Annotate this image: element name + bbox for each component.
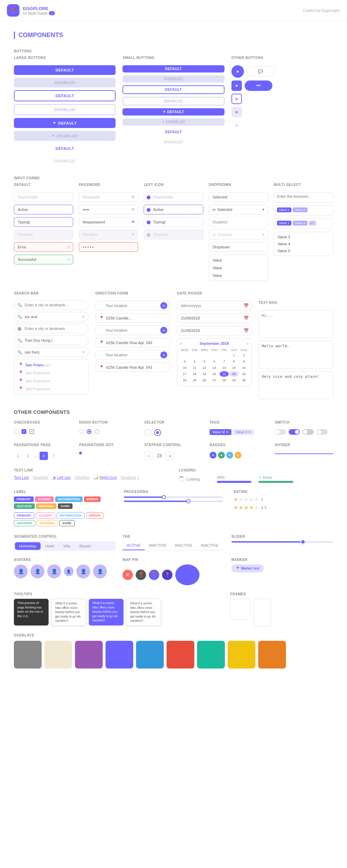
cal-24[interactable]: 24 xyxy=(180,377,189,383)
search-clear-2[interactable]: ✕ xyxy=(82,315,85,319)
date-input-3[interactable] xyxy=(177,326,252,335)
tag-value2[interactable]: Value 2 xyxy=(293,207,307,212)
star-2-3[interactable]: ★ xyxy=(244,505,248,510)
date-input-1[interactable] xyxy=(177,301,252,310)
cal-29[interactable]: 29 xyxy=(229,377,238,383)
calendar-icon-2[interactable]: 📅 xyxy=(244,316,249,321)
switch-off-1[interactable] xyxy=(275,429,286,435)
star-2-1[interactable]: ★ xyxy=(234,505,238,510)
selector-unchecked[interactable] xyxy=(144,429,151,436)
error-input[interactable] xyxy=(14,242,73,252)
dropdown-icon-selected[interactable]: ⇄ Selected ▾ xyxy=(209,205,268,214)
textbox-placeholder[interactable] xyxy=(259,310,333,338)
dropdown-item-value3[interactable]: Value xyxy=(209,272,268,279)
tag-value1b[interactable]: Value 1 xyxy=(277,221,291,225)
checkbox-indeterminate[interactable]: − xyxy=(29,429,34,434)
seg-resort[interactable]: Resort xyxy=(75,542,95,550)
date-input-2[interactable] xyxy=(177,313,252,323)
large-icon-btn[interactable]: ✦ DEFAULT xyxy=(14,118,116,128)
map-pin-dark-purple[interactable]: 📍 xyxy=(162,570,172,580)
cal-prev[interactable]: ‹ xyxy=(180,341,181,346)
page-7[interactable]: 7 xyxy=(49,452,58,460)
cal-25[interactable]: 25 xyxy=(190,377,199,383)
search-input-3[interactable] xyxy=(14,324,88,333)
star-1-2[interactable]: ★ xyxy=(239,496,243,502)
arrow-outline-btn[interactable]: ➤ xyxy=(231,94,242,104)
slider-thumb-2[interactable] xyxy=(186,499,191,503)
cal-7[interactable]: 7 xyxy=(220,359,229,364)
page-2[interactable]: 2 xyxy=(24,452,32,460)
star-1-4[interactable]: ★ xyxy=(249,496,254,502)
cal-13[interactable]: 13 xyxy=(210,365,219,371)
large-default-btn[interactable]: DEFAULT xyxy=(14,65,116,75)
dot-1[interactable] xyxy=(79,452,82,454)
cal-1[interactable]: 1 xyxy=(229,352,238,358)
small-outline-btn[interactable]: DEFAULT xyxy=(122,85,224,94)
search-result-4[interactable]: 📍 San Francisco xyxy=(14,385,88,393)
dir-add-btn-2[interactable]: + xyxy=(160,327,167,334)
dir-input-2[interactable] xyxy=(95,325,170,335)
password-text-input[interactable] xyxy=(79,217,138,227)
text-link-link[interactable]: Text Link xyxy=(14,475,29,479)
cal-5[interactable]: 5 xyxy=(200,359,209,364)
placeholder-input[interactable] xyxy=(14,192,73,202)
star-2-5[interactable]: ★ xyxy=(254,505,259,510)
dropdown-open[interactable]: Dropdown xyxy=(209,242,268,252)
cal-14[interactable]: 14 xyxy=(220,365,229,371)
left-icon-placeholder-input[interactable] xyxy=(144,192,203,202)
large-ghost-btn[interactable]: DEFAULT xyxy=(14,144,116,153)
left-icon-typing-input[interactable] xyxy=(144,217,203,227)
cal-11[interactable]: 11 xyxy=(190,365,199,371)
calendar-icon-3[interactable]: 📅 xyxy=(244,328,249,333)
dropdown-select-1[interactable]: Selected xyxy=(209,192,268,202)
star-2-2[interactable]: ★ xyxy=(239,505,243,510)
cal-30[interactable]: 30 xyxy=(239,377,248,383)
search-input-1[interactable] xyxy=(14,300,88,310)
search-input-2[interactable] xyxy=(14,312,88,322)
text-link-night-icon[interactable]: 🌙 Night Icon xyxy=(94,475,117,479)
tag-value1[interactable]: Value 1 xyxy=(277,207,291,212)
page-1[interactable]: 1 xyxy=(14,452,22,460)
selector-active[interactable] xyxy=(154,429,161,436)
cal-10[interactable]: 10 xyxy=(180,365,189,371)
map-pin-dark[interactable]: 📍 xyxy=(136,570,146,580)
switch-off-3[interactable] xyxy=(316,429,328,435)
switch-on-1[interactable] xyxy=(289,429,300,435)
cal-23[interactable]: 23 xyxy=(239,371,248,377)
map-pin-close[interactable]: ✕ xyxy=(122,570,133,580)
checkbox-unchecked[interactable] xyxy=(14,429,19,434)
tab-inactive-3[interactable]: INACTIVE xyxy=(197,541,223,550)
cal-3[interactable]: 3 xyxy=(180,359,189,364)
cal-15[interactable]: 15 xyxy=(229,365,238,371)
tag-comp-2[interactable]: Value X ✕ xyxy=(233,429,254,435)
eye-slash-icon[interactable]: 👁 xyxy=(131,207,135,212)
seg-homestay[interactable]: Homestay xyxy=(15,542,41,550)
multiselect-search[interactable] xyxy=(277,194,330,198)
cal-9[interactable]: 9 xyxy=(239,359,248,364)
cal-12[interactable]: 12 xyxy=(200,365,209,371)
cal-21[interactable]: 21 xyxy=(220,371,229,377)
cal-16[interactable]: 16 xyxy=(239,365,248,371)
small-icon-btn[interactable]: ✦ DEFAULT xyxy=(122,108,224,116)
star-1-5[interactable]: ★ xyxy=(254,496,259,502)
cal-27[interactable]: 27 xyxy=(210,377,219,383)
seg-villa[interactable]: Villa xyxy=(59,542,75,550)
cal-26[interactable]: 26 xyxy=(200,377,209,383)
password-dots-input[interactable] xyxy=(79,205,138,214)
dots-btn[interactable]: ••• xyxy=(245,80,272,91)
password-placeholder-input[interactable] xyxy=(79,192,138,202)
dir-add-btn-1[interactable]: + xyxy=(160,302,167,309)
dropdown-item-value2[interactable]: Value xyxy=(209,264,268,272)
small-default-btn[interactable]: DEFAULT xyxy=(122,65,224,73)
search-clear-5[interactable]: ✕ xyxy=(82,350,85,355)
tab-active[interactable]: ACTIVE xyxy=(122,541,145,550)
cal-2[interactable]: 2 xyxy=(239,352,248,358)
cal-8[interactable]: 8 xyxy=(229,359,238,364)
search-result-3[interactable]: 📍 San Francisco xyxy=(14,377,88,385)
tag-close-1[interactable]: ✕ xyxy=(226,430,229,434)
arrow-ghost-btn[interactable]: ➤ xyxy=(231,120,242,130)
map-pin-purple[interactable]: 📍 xyxy=(149,570,159,580)
dir-input-1[interactable] xyxy=(95,301,170,310)
search-input-4[interactable] xyxy=(14,335,88,345)
text-link-left-icon[interactable]: ◄ Left use xyxy=(52,475,70,479)
